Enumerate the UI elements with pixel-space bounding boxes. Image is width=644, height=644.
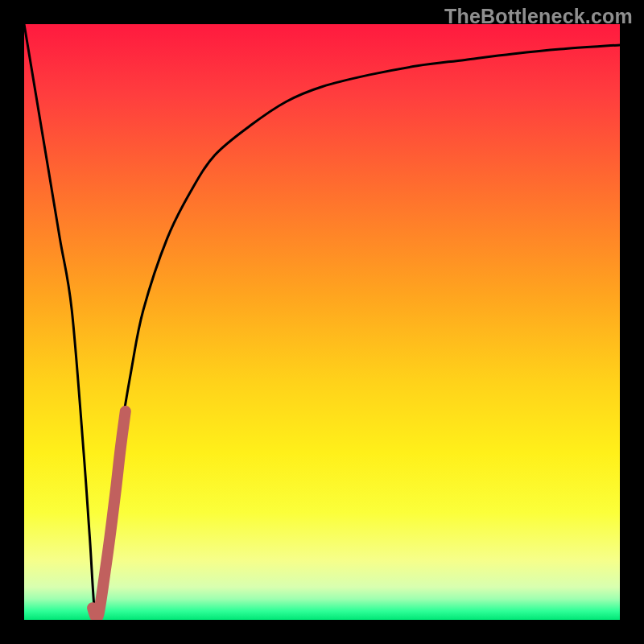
optimal-highlight [93,411,126,617]
watermark-text: TheBottleneck.com [444,5,633,28]
chart-lines [24,24,620,620]
outer-frame: TheBottleneck.com [0,0,644,644]
plot-area [24,24,620,620]
